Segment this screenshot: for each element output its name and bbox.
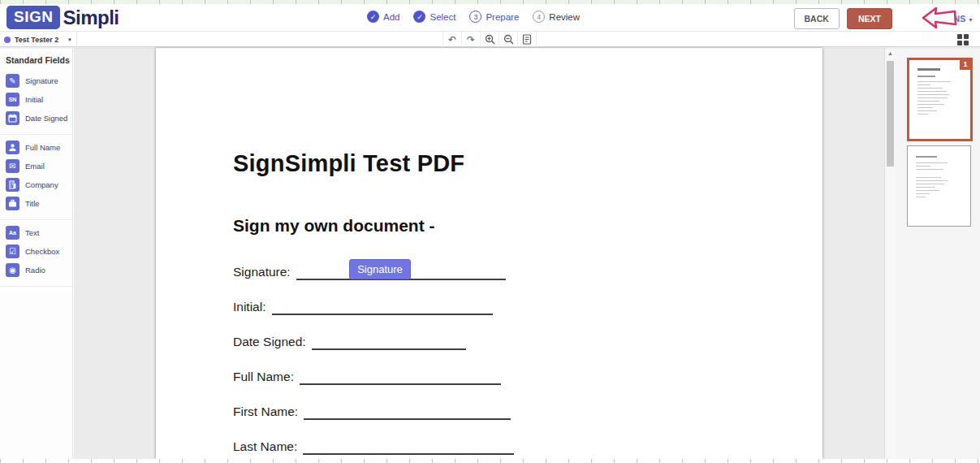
page-edge-ruler-bottom	[0, 459, 980, 463]
page-layout-icon[interactable]	[518, 32, 537, 47]
sidebar-item-title[interactable]: Title	[0, 194, 72, 213]
sidebar-title: Standard Fields	[0, 48, 72, 68]
sidebar-item-full-name[interactable]: Full Name	[0, 138, 72, 157]
document-viewer: SignSimpli Test PDF Sign my own document…	[74, 48, 896, 459]
toolbar-row: Test Tester 2 ▼ ↶ ↷	[0, 31, 980, 47]
pdf-title: SignSimpli Test PDF	[233, 150, 822, 177]
person-icon	[6, 141, 19, 154]
building-icon	[6, 178, 19, 192]
annotation-arrow-icon	[921, 6, 958, 31]
fields-sidebar: Standard Fields ✎ Signature SN Initial D…	[0, 48, 73, 459]
undo-icon[interactable]: ↶	[443, 32, 462, 47]
zoom-out-icon[interactable]	[499, 32, 518, 47]
last-name-blank-line	[303, 441, 514, 455]
logo-sign-badge: SIGN	[6, 6, 60, 29]
field-row-initial: Initial:	[233, 299, 822, 315]
zoom-in-icon[interactable]	[481, 32, 499, 47]
viewer-toolbar: ↶ ↷	[443, 32, 537, 47]
thumbnail-page-2[interactable]	[907, 145, 971, 227]
signature-icon: ✎	[6, 74, 19, 88]
sidebar-group-signing: ✎ Signature SN Initial Date Signed	[0, 68, 72, 134]
full-name-blank-line	[300, 371, 501, 385]
chevron-down-icon: ▼	[968, 17, 974, 23]
field-row-signature: Signature: Signature	[233, 264, 822, 280]
step-number-icon: 4	[533, 11, 545, 23]
document-selector-dropdown[interactable]: Test Tester 2 ▼	[0, 32, 77, 47]
envelope-icon: ✉	[6, 159, 19, 173]
sidebar-item-radio[interactable]: ◉ Radio	[0, 261, 72, 279]
page-number-badge: 1	[960, 59, 971, 70]
back-button[interactable]: BACK	[794, 8, 840, 29]
initial-blank-line	[272, 301, 493, 315]
main-header: SIGN Simpli ✓ Add ✓ Select 3 Prepare 4 R…	[0, 4, 980, 31]
calendar-icon	[6, 111, 19, 125]
radio-icon: ◉	[6, 263, 19, 277]
step-prepare[interactable]: 3 Prepare	[469, 11, 519, 23]
sidebar-item-email[interactable]: ✉ Email	[0, 157, 72, 175]
initial-icon: SN	[6, 93, 19, 106]
sidebar-item-text[interactable]: Aa Text	[0, 223, 72, 242]
sidebar-item-date-signed[interactable]: Date Signed	[0, 109, 72, 128]
sidebar-item-company[interactable]: Company	[0, 175, 72, 194]
next-button[interactable]: NEXT	[847, 8, 892, 29]
sidebar-item-initial[interactable]: SN Initial	[0, 90, 72, 109]
chevron-down-icon: ▼	[67, 37, 72, 42]
signsimpli-logo: SIGN Simpli	[6, 6, 119, 29]
pdf-page: SignSimpli Test PDF Sign my own document…	[156, 48, 822, 459]
redo-icon[interactable]: ↷	[462, 32, 481, 47]
field-row-full-name: Full Name:	[233, 369, 822, 385]
viewer-scrollbar[interactable]: ▲	[884, 48, 896, 459]
scroll-up-arrow-icon[interactable]: ▲	[885, 48, 896, 58]
field-row-date-signed: Date Signed:	[233, 334, 822, 350]
signer-color-dot-icon	[4, 37, 11, 43]
date-signed-blank-line	[312, 336, 466, 350]
page-thumbnails-panel: 1	[896, 48, 980, 459]
step-review[interactable]: 4 Review	[533, 11, 580, 23]
text-icon: Aa	[6, 226, 19, 240]
sidebar-item-signature[interactable]: ✎ Signature	[0, 71, 72, 90]
first-name-blank-line	[304, 406, 511, 420]
workflow-stepper: ✓ Add ✓ Select 3 Prepare 4 Review	[367, 11, 580, 23]
thumbnail-page-1[interactable]: 1	[907, 58, 973, 141]
sidebar-item-checkbox[interactable]: ☑ Checkbox	[0, 242, 72, 261]
scrollbar-thumb[interactable]	[887, 61, 894, 167]
briefcase-icon	[6, 197, 19, 210]
signsimpli-app: SIGN Simpli ✓ Add ✓ Select 3 Prepare 4 R…	[0, 0, 980, 463]
check-circle-icon: ✓	[367, 11, 379, 23]
field-row-last-name: Last Name:	[233, 439, 822, 455]
step-add[interactable]: ✓ Add	[367, 11, 399, 23]
pdf-subtitle: Sign my own document -	[233, 216, 822, 236]
check-circle-icon: ✓	[413, 11, 425, 23]
sidebar-group-identity: Full Name ✉ Email Company Title	[0, 134, 72, 219]
sidebar-group-inputs: Aa Text ☑ Checkbox ◉ Radio	[0, 219, 72, 287]
checkbox-icon: ☑	[6, 244, 19, 258]
logo-simpli-text: Simpli	[63, 6, 119, 29]
step-select[interactable]: ✓ Select	[413, 11, 455, 23]
placed-signature-field[interactable]: Signature	[349, 259, 411, 279]
field-row-first-name: First Name:	[233, 404, 822, 420]
step-number-icon: 3	[469, 11, 481, 23]
grid-view-icon[interactable]	[957, 34, 969, 45]
